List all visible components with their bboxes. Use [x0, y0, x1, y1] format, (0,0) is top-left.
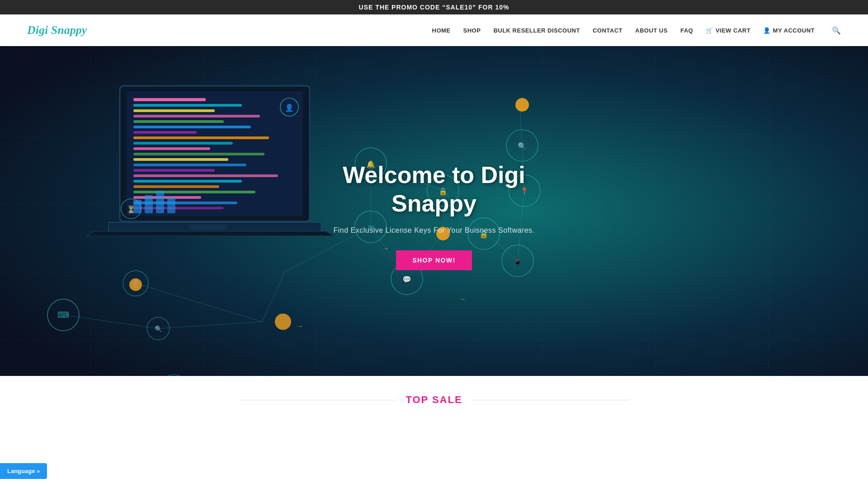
language-button[interactable]: Language »: [0, 463, 47, 479]
hero-title-line2: Snappy: [392, 190, 476, 216]
svg-point-32: [123, 271, 148, 296]
svg-line-23: [520, 105, 522, 145]
svg-point-37: [129, 278, 142, 291]
nav-link-contact[interactable]: CONTACT: [593, 27, 623, 34]
svg-point-49: [506, 130, 538, 161]
svg-rect-57: [120, 86, 310, 221]
top-sale-line-left: [238, 400, 396, 400]
svg-text:💬: 💬: [402, 275, 411, 284]
search-icon[interactable]: 🔍: [832, 27, 841, 34]
svg-rect-63: [133, 120, 224, 123]
nav-item-cart[interactable]: 🛒 VIEW CART: [706, 27, 750, 34]
svg-rect-70: [133, 158, 228, 161]
svg-line-25: [136, 283, 262, 322]
nav-item-about[interactable]: ABOUT US: [635, 26, 668, 34]
nav-item-contact[interactable]: CONTACT: [593, 26, 623, 34]
top-sale-header: TOP SALE: [238, 394, 629, 406]
svg-rect-64: [133, 126, 251, 128]
svg-point-38: [275, 314, 291, 330]
svg-text:👤: 👤: [131, 279, 140, 288]
svg-rect-74: [133, 180, 242, 183]
svg-line-12: [63, 315, 158, 328]
svg-rect-82: [156, 191, 164, 213]
nav-item-faq[interactable]: FAQ: [680, 26, 693, 34]
svg-rect-88: [108, 222, 321, 232]
nav-item-bulk[interactable]: BULK RESELLER DISCOUNT: [493, 26, 580, 34]
svg-rect-79: [133, 207, 224, 209]
nav-links: HOME SHOP BULK RESELLER DISCOUNT CONTACT…: [432, 26, 841, 35]
svg-point-86: [121, 199, 141, 219]
svg-rect-80: [133, 200, 142, 213]
svg-point-56: [515, 98, 529, 112]
nav-link-faq[interactable]: FAQ: [680, 27, 693, 34]
svg-rect-58: [127, 91, 303, 216]
nav-link-cart[interactable]: 🛒 VIEW CART: [706, 27, 750, 34]
promo-text: USE THE PROMO CODE “SALE10” FOR 10%: [359, 4, 509, 11]
nav-item-search[interactable]: 🔍: [827, 26, 841, 35]
svg-rect-61: [133, 109, 215, 112]
svg-rect-72: [133, 169, 215, 172]
svg-rect-68: [133, 147, 210, 150]
svg-rect-67: [133, 142, 233, 145]
nav-item-shop[interactable]: SHOP: [463, 26, 481, 34]
svg-rect-59: [133, 98, 206, 101]
hero-title-line1: Welcome to Digi: [343, 162, 525, 188]
promo-bar: USE THE PROMO CODE “SALE10” FOR 10%: [0, 0, 868, 14]
svg-point-30: [47, 299, 79, 331]
svg-text:→: →: [459, 295, 466, 303]
site-logo[interactable]: Digi Snappy: [27, 23, 87, 37]
nav-link-bulk[interactable]: BULK RESELLER DISCOUNT: [493, 27, 580, 34]
svg-point-34: [147, 317, 170, 340]
svg-rect-77: [133, 196, 201, 199]
svg-line-13: [158, 322, 262, 328]
svg-text:⏳: ⏳: [127, 205, 136, 214]
svg-rect-69: [133, 153, 264, 155]
top-sale-line-right: [472, 400, 630, 400]
svg-text:🔍: 🔍: [155, 325, 163, 333]
svg-rect-66: [133, 136, 269, 139]
nav-link-about[interactable]: ABOUT US: [635, 27, 668, 34]
account-label: MY ACCOUNT: [773, 27, 815, 34]
svg-text:👤: 👤: [285, 103, 294, 112]
nav-link-shop[interactable]: SHOP: [463, 27, 481, 34]
svg-rect-83: [167, 197, 175, 213]
svg-rect-89: [190, 225, 226, 230]
hero-title: Welcome to Digi Snappy: [333, 161, 534, 217]
bottom-section: TOP SALE: [0, 376, 868, 488]
svg-rect-75: [133, 185, 219, 188]
nav-item-account[interactable]: 👤 MY ACCOUNT: [763, 27, 815, 34]
svg-rect-76: [133, 191, 255, 193]
svg-text:🔍: 🔍: [518, 142, 527, 150]
svg-rect-65: [133, 131, 197, 134]
svg-rect-62: [133, 115, 260, 117]
nav-item-home[interactable]: HOME: [432, 26, 451, 34]
account-icon: 👤: [763, 27, 771, 34]
top-sale-label: TOP SALE: [406, 394, 462, 406]
navbar: Digi Snappy HOME SHOP BULK RESELLER DISC…: [0, 14, 868, 46]
svg-rect-81: [145, 195, 153, 213]
nav-link-account[interactable]: 👤 MY ACCOUNT: [763, 27, 815, 34]
shop-now-button[interactable]: SHOP NOW!: [396, 250, 472, 270]
svg-point-36: [161, 375, 187, 376]
svg-rect-60: [133, 104, 242, 107]
svg-text:→: →: [296, 322, 303, 330]
svg-rect-71: [133, 164, 246, 166]
hero-subtitle: Find Exclusive License Keys For Your Bui…: [333, 226, 534, 235]
hero-section: → → → → ⌨ 👤 🔍 🔔 🔒 🔒 📱 📍 🔍 ✉: [0, 46, 868, 376]
nav-link-home[interactable]: HOME: [432, 27, 451, 34]
hero-content: Welcome to Digi Snappy Find Exclusive Li…: [333, 161, 534, 270]
svg-rect-78: [133, 202, 237, 204]
cart-label: VIEW CART: [716, 27, 750, 34]
svg-point-84: [280, 98, 298, 116]
cart-icon: 🛒: [706, 27, 713, 34]
svg-line-14: [262, 272, 285, 322]
svg-rect-73: [133, 174, 278, 177]
svg-text:⌨: ⌨: [57, 310, 69, 319]
